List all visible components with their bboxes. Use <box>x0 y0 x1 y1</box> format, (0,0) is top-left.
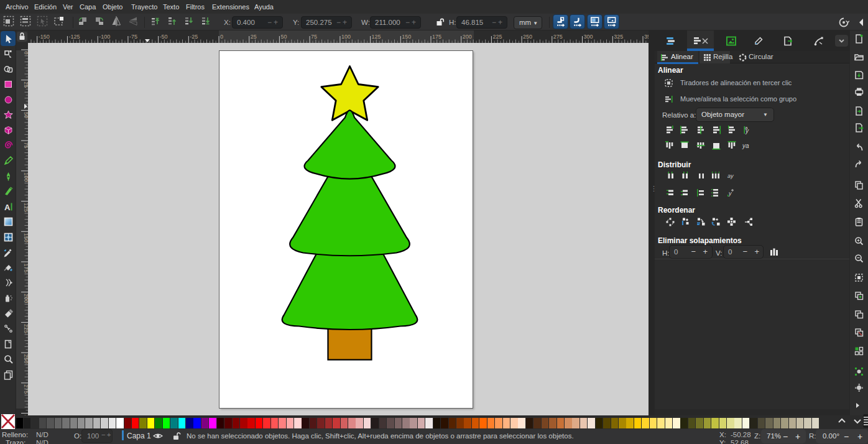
svg-text:150: 150 <box>402 34 411 40</box>
svg-text:-75: -75 <box>129 34 137 40</box>
svg-text:-150: -150 <box>39 34 50 40</box>
svg-text:75: 75 <box>311 34 317 40</box>
svg-text:25: 25 <box>23 81 29 88</box>
svg-text:a: a <box>745 125 748 131</box>
svg-text:50: 50 <box>23 112 29 118</box>
svg-text:100: 100 <box>341 34 351 40</box>
svg-text:200: 200 <box>463 34 472 40</box>
svg-text:ay: ay <box>727 173 734 179</box>
svg-text:-25: -25 <box>190 34 198 40</box>
svg-text:50: 50 <box>280 34 287 40</box>
svg-text:-50: -50 <box>160 34 168 40</box>
svg-text:A: A <box>4 202 11 211</box>
svg-text:225: 225 <box>492 34 502 40</box>
svg-text:275: 275 <box>553 34 563 40</box>
svg-text:ya: ya <box>742 142 749 149</box>
svg-text:125: 125 <box>372 34 381 40</box>
svg-text:-125: -125 <box>68 34 80 40</box>
svg-text:25: 25 <box>251 34 257 40</box>
svg-text:250: 250 <box>523 34 532 40</box>
svg-text:300: 300 <box>584 34 593 40</box>
svg-text:75: 75 <box>23 142 29 149</box>
svg-text:350: 350 <box>644 34 649 40</box>
svg-text:325: 325 <box>614 34 623 40</box>
svg-text:0: 0 <box>220 34 223 40</box>
svg-text:y: y <box>728 190 732 197</box>
svg-text:-100: -100 <box>99 34 110 40</box>
svg-text:175: 175 <box>432 34 441 40</box>
